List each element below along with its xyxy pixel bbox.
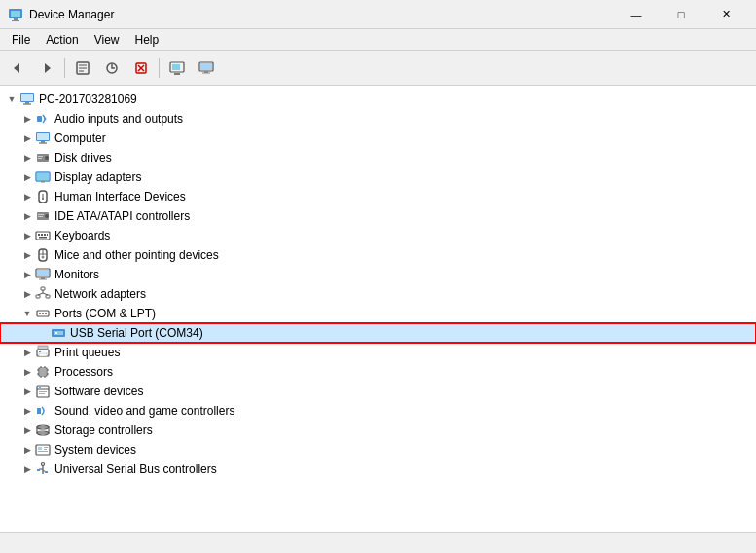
- svg-rect-90: [37, 408, 41, 414]
- tree-item-storage[interactable]: ▶ Storage controllers: [0, 421, 756, 440]
- svg-rect-49: [39, 237, 47, 239]
- mice-icon: [35, 247, 51, 263]
- minimize-button[interactable]: —: [614, 0, 659, 29]
- audio-label: Audio inputs and outputs: [54, 112, 183, 126]
- tree-item-monitors[interactable]: ▶ Monitors: [0, 265, 756, 284]
- menu-action[interactable]: Action: [38, 31, 86, 49]
- back-button[interactable]: [4, 55, 31, 82]
- svg-rect-48: [47, 234, 48, 236]
- svg-rect-95: [38, 447, 42, 450]
- hid-expander[interactable]: ▶: [19, 189, 35, 204]
- system-expander[interactable]: ▶: [19, 442, 35, 458]
- main-content: ▼ PC-201703281069 ▶: [0, 86, 756, 532]
- tree-item-sound[interactable]: ▶ Sound, video and game controllers: [0, 401, 756, 421]
- tree-root[interactable]: ▼ PC-201703281069: [0, 90, 756, 109]
- disk-label: Disk drives: [54, 151, 112, 165]
- computer-label: Computer: [54, 131, 106, 145]
- software-expander[interactable]: ▶: [19, 384, 35, 399]
- maximize-button[interactable]: □: [659, 0, 703, 29]
- print-expander[interactable]: ▶: [19, 345, 35, 360]
- display-icon: [35, 169, 51, 185]
- sound-expander[interactable]: ▶: [19, 403, 35, 419]
- svg-marker-5: [45, 63, 51, 73]
- software-icon: [35, 384, 51, 399]
- system-label: System devices: [54, 443, 136, 457]
- mice-label: Mice and other pointing devices: [54, 248, 219, 262]
- tree-item-network[interactable]: ▶ Network adapters: [0, 284, 756, 304]
- title-bar-left: Device Manager: [8, 7, 114, 22]
- title-bar: Device Manager — □ ✕: [0, 0, 756, 29]
- tree-item-computer[interactable]: ▶ Computer: [0, 129, 756, 148]
- ide-icon: [35, 208, 51, 224]
- svg-rect-88: [39, 391, 47, 392]
- ide-expander[interactable]: ▶: [19, 208, 35, 224]
- monitor-button[interactable]: [193, 55, 220, 82]
- menu-help[interactable]: Help: [127, 31, 167, 49]
- audio-expander[interactable]: ▶: [19, 111, 35, 127]
- display-expander[interactable]: ▶: [19, 169, 35, 185]
- processors-expander[interactable]: ▶: [19, 364, 35, 380]
- tree-item-ports[interactable]: ▼ Ports (COM & LPT): [0, 304, 756, 323]
- tree-item-keyboards[interactable]: ▶ Keyboards: [0, 226, 756, 245]
- svg-rect-55: [37, 270, 49, 276]
- tree-item-print[interactable]: ▶ Print queues: [0, 343, 756, 362]
- app-icon: [8, 7, 23, 22]
- sound-label: Sound, video and game controllers: [54, 404, 234, 418]
- toolbar: [0, 51, 756, 86]
- toolbar-separator-1: [64, 58, 65, 78]
- svg-line-62: [38, 293, 43, 295]
- root-expander[interactable]: ▼: [4, 92, 19, 107]
- tree-item-audio[interactable]: ▶ Audio inputs and outputs: [0, 109, 756, 129]
- svg-rect-33: [38, 158, 42, 159]
- ports-expander[interactable]: ▼: [19, 306, 35, 321]
- svg-rect-3: [12, 20, 19, 21]
- tree-item-display[interactable]: ▶ Display adapters: [0, 167, 756, 187]
- update-button[interactable]: [98, 55, 126, 82]
- tree-item-usb[interactable]: ▶ Universal Serial Bus controllers: [0, 460, 756, 479]
- properties-button[interactable]: [69, 55, 96, 82]
- forward-button[interactable]: [33, 55, 60, 82]
- tree-item-usb-serial[interactable]: ▶ USB Serial Port (COM34): [0, 323, 756, 343]
- svg-point-39: [42, 198, 44, 200]
- svg-rect-71: [38, 346, 48, 350]
- uninstall-icon: [133, 60, 149, 76]
- tree-item-processors[interactable]: ▶ Processors: [0, 362, 756, 382]
- processors-label: Processors: [54, 365, 113, 379]
- svg-rect-46: [41, 234, 43, 236]
- hid-label: Human Interface Devices: [54, 190, 186, 203]
- storage-expander[interactable]: ▶: [19, 423, 35, 438]
- menu-view[interactable]: View: [87, 31, 127, 49]
- menu-file[interactable]: File: [4, 31, 38, 49]
- scan-button[interactable]: [163, 55, 191, 82]
- usb-label: Universal Serial Bus controllers: [54, 462, 217, 476]
- usb-expander[interactable]: ▶: [19, 461, 35, 477]
- tree-item-system[interactable]: ▶ System devices: [0, 440, 756, 460]
- mice-expander[interactable]: ▶: [19, 247, 35, 263]
- computer-icon: [19, 92, 35, 107]
- disk-expander[interactable]: ▶: [19, 150, 35, 166]
- tree-item-ide[interactable]: ▶ IDE ATA/ATAPI controllers: [0, 206, 756, 226]
- svg-rect-73: [39, 353, 47, 356]
- svg-rect-18: [200, 63, 212, 70]
- keyboard-icon: [35, 228, 51, 243]
- svg-rect-15: [172, 64, 180, 70]
- network-expander[interactable]: ▶: [19, 286, 35, 302]
- tree-item-disk[interactable]: ▶ Disk drives: [0, 148, 756, 167]
- keyboards-expander[interactable]: ▶: [19, 228, 35, 243]
- svg-point-31: [45, 156, 49, 160]
- keyboards-label: Keyboards: [54, 229, 110, 242]
- svg-rect-44: [36, 232, 50, 240]
- uninstall-button[interactable]: [127, 55, 155, 82]
- close-button[interactable]: ✕: [703, 0, 748, 29]
- svg-rect-25: [37, 116, 42, 122]
- computer-expander[interactable]: ▶: [19, 130, 35, 146]
- sound-icon: [35, 403, 51, 419]
- tree-item-hid[interactable]: ▶ Human Interface Devices: [0, 187, 756, 206]
- svg-rect-87: [39, 387, 41, 388]
- svg-rect-1: [11, 11, 20, 17]
- tree-item-software[interactable]: ▶ Software devices: [0, 382, 756, 401]
- monitors-expander[interactable]: ▶: [19, 267, 35, 282]
- svg-rect-96: [44, 447, 48, 448]
- tree-item-mice[interactable]: ▶ Mice and other pointing devices: [0, 245, 756, 265]
- svg-line-63: [43, 293, 48, 295]
